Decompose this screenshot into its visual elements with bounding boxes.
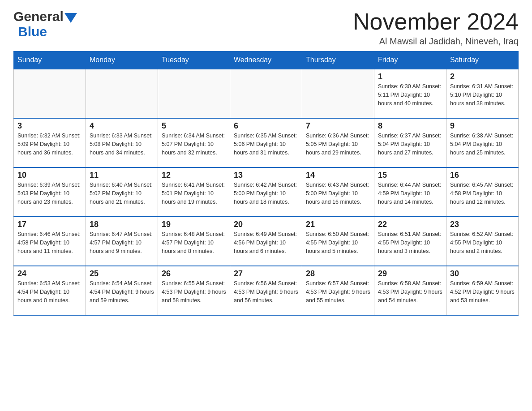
day-number: 17 [17, 220, 82, 229]
day-info: Sunrise: 6:42 AM Sunset: 5:00 PM Dayligh… [234, 181, 298, 206]
column-header-wednesday: Wednesday [230, 51, 302, 69]
day-number: 28 [306, 269, 370, 278]
day-number: 10 [17, 171, 82, 180]
calendar-header: SundayMondayTuesdayWednesdayThursdayFrid… [14, 51, 519, 69]
day-number: 23 [450, 220, 515, 229]
svg-marker-0 [64, 13, 77, 23]
day-number: 9 [450, 121, 515, 131]
day-number: 26 [162, 269, 226, 278]
day-cell: 6Sunrise: 6:35 AM Sunset: 5:06 PM Daylig… [230, 118, 302, 167]
day-number: 16 [450, 171, 515, 180]
day-info: Sunrise: 6:52 AM Sunset: 4:55 PM Dayligh… [450, 230, 515, 255]
day-number: 12 [162, 171, 226, 180]
day-info: Sunrise: 6:36 AM Sunset: 5:05 PM Dayligh… [306, 132, 370, 157]
day-number: 20 [234, 220, 298, 229]
day-info: Sunrise: 6:48 AM Sunset: 4:57 PM Dayligh… [162, 230, 226, 255]
day-cell: 16Sunrise: 6:45 AM Sunset: 4:58 PM Dayli… [446, 167, 519, 217]
day-cell: 14Sunrise: 6:43 AM Sunset: 5:00 PM Dayli… [302, 167, 374, 217]
day-cell: 2Sunrise: 6:31 AM Sunset: 5:10 PM Daylig… [446, 69, 519, 118]
day-cell: 5Sunrise: 6:34 AM Sunset: 5:07 PM Daylig… [158, 118, 230, 167]
logo-triangle-icon [64, 13, 77, 23]
day-info: Sunrise: 6:49 AM Sunset: 4:56 PM Dayligh… [234, 230, 298, 255]
day-number: 4 [90, 121, 154, 131]
day-info: Sunrise: 6:53 AM Sunset: 4:54 PM Dayligh… [17, 279, 82, 304]
day-info: Sunrise: 6:40 AM Sunset: 5:02 PM Dayligh… [90, 181, 154, 206]
week-row-5: 24Sunrise: 6:53 AM Sunset: 4:54 PM Dayli… [14, 266, 519, 315]
day-number: 7 [306, 121, 370, 131]
page-header: General Blue November 2024 Al Mawsil al … [13, 9, 519, 47]
day-cell: 25Sunrise: 6:54 AM Sunset: 4:54 PM Dayli… [86, 266, 158, 315]
day-info: Sunrise: 6:47 AM Sunset: 4:57 PM Dayligh… [90, 230, 154, 255]
day-cell: 19Sunrise: 6:48 AM Sunset: 4:57 PM Dayli… [158, 217, 230, 266]
day-info: Sunrise: 6:50 AM Sunset: 4:55 PM Dayligh… [306, 230, 370, 255]
column-header-saturday: Saturday [446, 51, 519, 69]
month-title: November 2024 [353, 9, 519, 34]
week-row-3: 10Sunrise: 6:39 AM Sunset: 5:03 PM Dayli… [14, 167, 519, 217]
day-number: 29 [378, 269, 442, 278]
day-info: Sunrise: 6:54 AM Sunset: 4:54 PM Dayligh… [90, 279, 154, 304]
week-row-2: 3Sunrise: 6:32 AM Sunset: 5:09 PM Daylig… [14, 118, 519, 167]
calendar-table: SundayMondayTuesdayWednesdayThursdayFrid… [13, 51, 519, 316]
week-row-1: 1Sunrise: 6:30 AM Sunset: 5:11 PM Daylig… [14, 69, 519, 118]
day-cell: 17Sunrise: 6:46 AM Sunset: 4:58 PM Dayli… [14, 217, 86, 266]
day-number: 21 [306, 220, 370, 229]
day-number: 25 [90, 269, 154, 278]
day-number: 1 [378, 72, 442, 81]
day-cell: 26Sunrise: 6:55 AM Sunset: 4:53 PM Dayli… [158, 266, 230, 315]
day-cell: 15Sunrise: 6:44 AM Sunset: 4:59 PM Dayli… [374, 167, 446, 217]
day-cell: 10Sunrise: 6:39 AM Sunset: 5:03 PM Dayli… [14, 167, 86, 217]
day-number: 6 [234, 121, 298, 131]
day-info: Sunrise: 6:37 AM Sunset: 5:04 PM Dayligh… [378, 132, 442, 157]
day-info: Sunrise: 6:44 AM Sunset: 4:59 PM Dayligh… [378, 181, 442, 206]
day-number: 30 [450, 269, 515, 278]
day-number: 22 [378, 220, 442, 229]
day-number: 14 [306, 171, 370, 180]
logo-general-text: General [13, 9, 64, 24]
day-info: Sunrise: 6:32 AM Sunset: 5:09 PM Dayligh… [17, 132, 82, 157]
day-info: Sunrise: 6:31 AM Sunset: 5:10 PM Dayligh… [450, 82, 515, 107]
day-cell: 9Sunrise: 6:38 AM Sunset: 5:04 PM Daylig… [446, 118, 519, 167]
day-cell: 8Sunrise: 6:37 AM Sunset: 5:04 PM Daylig… [374, 118, 446, 167]
logo: General Blue [13, 9, 77, 39]
day-cell: 7Sunrise: 6:36 AM Sunset: 5:05 PM Daylig… [302, 118, 374, 167]
header-row: SundayMondayTuesdayWednesdayThursdayFrid… [14, 51, 519, 69]
day-info: Sunrise: 6:51 AM Sunset: 4:55 PM Dayligh… [378, 230, 442, 255]
column-header-friday: Friday [374, 51, 446, 69]
day-number: 19 [162, 220, 226, 229]
day-number: 8 [378, 121, 442, 131]
day-cell: 13Sunrise: 6:42 AM Sunset: 5:00 PM Dayli… [230, 167, 302, 217]
week-row-4: 17Sunrise: 6:46 AM Sunset: 4:58 PM Dayli… [14, 217, 519, 266]
calendar-body: 1Sunrise: 6:30 AM Sunset: 5:11 PM Daylig… [14, 69, 519, 315]
day-number: 18 [90, 220, 154, 229]
day-info: Sunrise: 6:38 AM Sunset: 5:04 PM Dayligh… [450, 132, 515, 157]
day-cell: 30Sunrise: 6:59 AM Sunset: 4:52 PM Dayli… [446, 266, 519, 315]
day-cell: 22Sunrise: 6:51 AM Sunset: 4:55 PM Dayli… [374, 217, 446, 266]
day-cell: 11Sunrise: 6:40 AM Sunset: 5:02 PM Dayli… [86, 167, 158, 217]
day-cell: 28Sunrise: 6:57 AM Sunset: 4:53 PM Dayli… [302, 266, 374, 315]
day-number: 15 [378, 171, 442, 180]
day-cell: 4Sunrise: 6:33 AM Sunset: 5:08 PM Daylig… [86, 118, 158, 167]
day-info: Sunrise: 6:46 AM Sunset: 4:58 PM Dayligh… [17, 230, 82, 255]
day-cell: 24Sunrise: 6:53 AM Sunset: 4:54 PM Dayli… [14, 266, 86, 315]
day-info: Sunrise: 6:59 AM Sunset: 4:52 PM Dayligh… [450, 279, 515, 304]
day-number: 27 [234, 269, 298, 278]
day-cell: 3Sunrise: 6:32 AM Sunset: 5:09 PM Daylig… [14, 118, 86, 167]
day-cell [86, 69, 158, 118]
title-block: November 2024 Al Mawsil al Jadidah, Nine… [353, 9, 519, 47]
column-header-thursday: Thursday [302, 51, 374, 69]
column-header-tuesday: Tuesday [158, 51, 230, 69]
day-cell [158, 69, 230, 118]
day-number: 5 [162, 121, 226, 131]
day-cell: 18Sunrise: 6:47 AM Sunset: 4:57 PM Dayli… [86, 217, 158, 266]
day-cell [230, 69, 302, 118]
day-info: Sunrise: 6:57 AM Sunset: 4:53 PM Dayligh… [306, 279, 370, 304]
day-info: Sunrise: 6:34 AM Sunset: 5:07 PM Dayligh… [162, 132, 226, 157]
column-header-sunday: Sunday [14, 51, 86, 69]
logo-blue-text: Blue [18, 24, 47, 39]
day-number: 2 [450, 72, 515, 81]
day-info: Sunrise: 6:56 AM Sunset: 4:53 PM Dayligh… [234, 279, 298, 304]
day-info: Sunrise: 6:45 AM Sunset: 4:58 PM Dayligh… [450, 181, 515, 206]
day-number: 3 [17, 121, 82, 131]
day-info: Sunrise: 6:35 AM Sunset: 5:06 PM Dayligh… [234, 132, 298, 157]
day-cell: 27Sunrise: 6:56 AM Sunset: 4:53 PM Dayli… [230, 266, 302, 315]
